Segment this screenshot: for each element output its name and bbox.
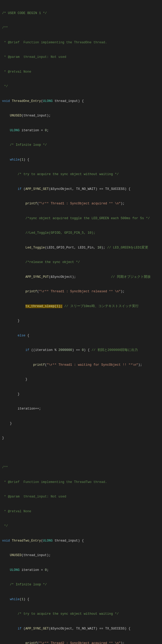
code-line: * @retval None bbox=[2, 70, 160, 74]
code-line: /* try to acquire the sync object withou… bbox=[2, 172, 160, 177]
code-line: else { bbox=[2, 333, 160, 338]
line-24: if ((iteration % 2000000) == 0) { // 初回と… bbox=[0, 348, 162, 353]
code-line: /** bbox=[2, 465, 160, 470]
line-9: ULONG iteration = 0; bbox=[0, 128, 162, 133]
line-15: /*sync object acquired toggle the LED_GR… bbox=[0, 216, 162, 221]
line-23: else { bbox=[0, 333, 162, 338]
code-line: void ThreadOne_Entry(ULONG thread_input)… bbox=[2, 99, 160, 104]
line-26: } bbox=[0, 377, 162, 382]
code-line: * @param thread_input: Not used bbox=[2, 55, 160, 60]
line-5: * @retval None bbox=[0, 70, 162, 74]
code-line: while(1) { bbox=[2, 157, 160, 162]
line-43: printf("\r** Thread2 : SyncObject acquir… bbox=[0, 641, 162, 644]
line-29: } bbox=[0, 421, 162, 426]
code-line: //Led_Toggle(GPIOD, GPIO_PIN_5, 10); bbox=[2, 231, 160, 236]
line-11: while(1) { bbox=[0, 157, 162, 162]
line-6: */ bbox=[0, 84, 162, 89]
line-33: * @param thread_input: Not used bbox=[0, 494, 162, 499]
code-line: /*sync object acquired toggle the LED_GR… bbox=[2, 216, 160, 221]
line-16: //Led_Toggle(GPIOD, GPIO_PIN_5, 10); bbox=[0, 231, 162, 236]
code-line: if (APP_SYNC_GET(&SyncObject, TX_NO_WAIT… bbox=[2, 187, 160, 192]
line-17: Led_Toggle(LED1_GPIO_Port, LED1_Pin, 10)… bbox=[0, 245, 162, 250]
code-line: Led_Toggle(LED1_GPIO_Port, LED1_Pin, 10)… bbox=[2, 245, 160, 250]
code-line: } bbox=[2, 421, 160, 426]
line-21: tx_thread_sleep(1); // スリープ10ms時、コンテキストス… bbox=[0, 304, 162, 309]
line-35: */ bbox=[0, 524, 162, 529]
line-8: UNUSED(thread_input); bbox=[0, 113, 162, 118]
code-line: /* Infinite loop */ bbox=[2, 143, 160, 148]
code-line: } bbox=[2, 392, 160, 397]
line-2: /** bbox=[0, 25, 162, 30]
line-41: /* try to acquire the sync object withou… bbox=[0, 612, 162, 617]
line-32: * @brief Function implementing the Threa… bbox=[0, 480, 162, 485]
line-blank1 bbox=[0, 451, 162, 455]
code-line: printf("\r** Thread1 : SyncObject releas… bbox=[2, 289, 160, 294]
code-line: } bbox=[2, 318, 160, 323]
line-3: * @brief Function implementing the Threa… bbox=[0, 40, 162, 45]
code-line: /*release the sync object */ bbox=[2, 260, 160, 265]
line-19: APP_SYNC_PUT(&SyncObject); // 同期オブジェクト開放 bbox=[0, 275, 162, 280]
line-10: /* Infinite loop */ bbox=[0, 143, 162, 148]
code-line: APP_SYNC_PUT(&SyncObject); // 同期オブジェクト開放 bbox=[2, 275, 160, 280]
code-line bbox=[2, 451, 160, 455]
code-line: /** bbox=[2, 25, 160, 30]
line-12: /* try to acquire the sync object withou… bbox=[0, 172, 162, 177]
line-37: UNUSED(thread_input); bbox=[0, 553, 162, 558]
line-40: while(1) { bbox=[0, 597, 162, 602]
code-line: /* try to acquire the sync object withou… bbox=[2, 612, 160, 617]
code-line: tx_thread_sleep(1); // スリープ10ms時、コンテキストス… bbox=[2, 304, 160, 309]
line-27: } bbox=[0, 392, 162, 397]
line-14: printf("\r** Thread1 : SyncObject acquir… bbox=[0, 201, 162, 206]
code-line: if (APP_SYNC_GET(&SyncObject, TX_NO_WAIT… bbox=[2, 626, 160, 631]
code-line: */ bbox=[2, 524, 160, 529]
line-1: /* USER CODE BEGIN 1 */ bbox=[0, 11, 162, 16]
code-line: ULONG iteration = 0; bbox=[2, 128, 160, 133]
code-line: /* USER CODE BEGIN 1 */ bbox=[2, 11, 160, 16]
line-34: * @retval None bbox=[0, 509, 162, 514]
line-31: /** bbox=[0, 465, 162, 470]
line-18: /*release the sync object */ bbox=[0, 260, 162, 265]
code-line: /* Infinite loop */ bbox=[2, 582, 160, 587]
code-line: UNUSED(thread_input); bbox=[2, 553, 160, 558]
code-line: * @param thread_input: Not used bbox=[2, 494, 160, 499]
line-39: /* Infinite loop */ bbox=[0, 582, 162, 587]
code-line: printf("\r** Thread1 : waiting for SyncO… bbox=[2, 363, 160, 368]
code-line: iteration++; bbox=[2, 406, 160, 411]
code-line: printf("\r** Thread1 : SyncObject acquir… bbox=[2, 201, 160, 206]
code-line: UNUSED(thread_input); bbox=[2, 113, 160, 118]
code-line: if ((iteration % 2000000) == 0) { // 初回と… bbox=[2, 348, 160, 353]
code-line: * @retval None bbox=[2, 509, 160, 514]
code-line: while(1) { bbox=[2, 597, 160, 602]
line-13: if (APP_SYNC_GET(&SyncObject, TX_NO_WAIT… bbox=[0, 187, 162, 192]
code-line: } bbox=[2, 377, 160, 382]
code-line: printf("\r** Thread2 : SyncObject acquir… bbox=[2, 641, 160, 644]
code-line: } bbox=[2, 436, 160, 441]
line-42: if (APP_SYNC_GET(&SyncObject, TX_NO_WAIT… bbox=[0, 626, 162, 631]
code-line: */ bbox=[2, 84, 160, 89]
code-line: ULONG iteration = 0; bbox=[2, 568, 160, 573]
line-38: ULONG iteration = 0; bbox=[0, 568, 162, 573]
code-editor: /* USER CODE BEGIN 1 */ /** * @brief Fun… bbox=[0, 1, 162, 644]
line-25: printf("\r** Thread1 : waiting for SyncO… bbox=[0, 363, 162, 368]
code-line: * @brief Function implementing the Threa… bbox=[2, 40, 160, 45]
code-line: void ThreadTwo_Entry(ULONG thread_input)… bbox=[2, 538, 160, 543]
line-20: printf("\r** Thread1 : SyncObject releas… bbox=[0, 289, 162, 294]
code-line: * @brief Function implementing the Threa… bbox=[2, 480, 160, 485]
line-36: void ThreadTwo_Entry(ULONG thread_input)… bbox=[0, 538, 162, 543]
line-30: } bbox=[0, 436, 162, 441]
line-22: } bbox=[0, 318, 162, 323]
line-28: iteration++; bbox=[0, 406, 162, 411]
line-4: * @param thread_input: Not used bbox=[0, 55, 162, 60]
line-7: void ThreadOne_Entry(ULONG thread_input)… bbox=[0, 99, 162, 104]
